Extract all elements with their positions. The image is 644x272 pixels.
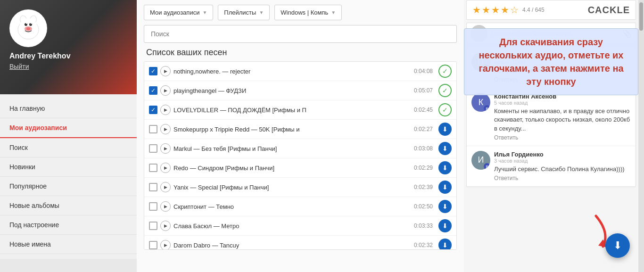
overlay-message: Для скачивания сразу нескольких аудио, о… — [464, 28, 638, 95]
song-title: nothing,nowhere. — rejecter — [173, 68, 411, 75]
windows-dropdown[interactable]: Windows | Компь — [274, 5, 342, 20]
scrollbar[interactable] — [638, 0, 644, 272]
comment-time: 3 часов назад — [494, 158, 631, 164]
song-download-button[interactable]: ⬇ — [438, 219, 452, 232]
comment-reply-button[interactable]: Ответить — [494, 134, 631, 141]
rating-bar: ★ ★ ★ ★ ☆ 4.4 / 645 CACKLE — [466, 0, 636, 20]
song-row: ▶Скриптонит — Темно0:02:50⬇ — [144, 197, 456, 216]
sidebar-item-home[interactable]: На главную — [0, 99, 137, 118]
sidebar-item-search[interactable]: Поиск — [0, 138, 137, 157]
comment-item: ИвИлья Гордиенко3 часов назадЛучший серв… — [467, 146, 636, 187]
search-input[interactable] — [144, 25, 457, 43]
song-title: playingtheangel — ФУДЗИ — [173, 87, 411, 94]
star-2: ★ — [482, 4, 490, 16]
sidebar-top: Andrey Terekhov Выйти — [0, 0, 137, 94]
song-checkbox[interactable] — [149, 183, 157, 191]
song-duration: 0:05:07 — [414, 87, 433, 94]
star-4: ★ — [501, 4, 509, 16]
song-checkbox[interactable] — [149, 67, 157, 75]
song-duration: 0:02:32 — [414, 242, 433, 248]
song-row: ▶LOVELYDILLER — ПОД ДОЖДЁМ [Рифмы и П0:0… — [144, 100, 456, 120]
song-play-button[interactable]: ▶ — [160, 143, 171, 154]
svg-point-8 — [26, 27, 30, 30]
song-play-button[interactable]: ▶ — [160, 105, 171, 115]
song-row: ▶playingtheangel — ФУДЗИ0:05:07✓ — [144, 81, 456, 100]
song-play-button[interactable]: ▶ — [160, 201, 171, 212]
song-checkbox[interactable] — [149, 164, 157, 172]
song-checkbox[interactable] — [149, 202, 157, 211]
song-check-icon[interactable]: ✓ — [438, 65, 452, 78]
right-panel: ★ ★ ★ ★ ☆ 4.4 / 645 CACKLE Оставьте свой… — [464, 0, 638, 272]
song-checkbox[interactable] — [149, 144, 157, 153]
song-title: Markul — Без тебя [Рифмы и Панчи] — [173, 145, 411, 152]
song-duration: 0:02:29 — [414, 165, 433, 171]
sidebar-item-new[interactable]: Новинки — [0, 157, 137, 177]
sidebar-item-mood[interactable]: Под настроение — [0, 215, 137, 235]
song-title: Smokepurpp x Trippie Redd — 50K [Рифмы и — [173, 126, 411, 133]
logout-button[interactable]: Выйти — [9, 63, 127, 70]
top-bar: Мои аудиозаписи Плейлисты Windows | Комп… — [144, 5, 457, 20]
song-download-button[interactable]: ⬇ — [438, 239, 452, 250]
sidebar-item-new-albums[interactable]: Новые альбомы — [0, 196, 137, 215]
svg-point-6 — [29, 23, 32, 26]
song-check-icon[interactable]: ✓ — [438, 103, 452, 116]
song-duration: 0:03:33 — [414, 223, 433, 229]
star-rating: ★ ★ ★ ★ ☆ 4.4 / 645 — [472, 4, 545, 16]
sidebar-username: Andrey Terekhov — [9, 52, 127, 60]
song-play-button[interactable]: ▶ — [160, 240, 171, 250]
song-checkbox[interactable] — [149, 222, 157, 230]
comment-item: КвКонстантин Аксенов5 часов назадКоменты… — [467, 88, 636, 146]
song-download-button[interactable]: ⬇ — [438, 161, 452, 174]
sidebar-item-popular[interactable]: Популярное — [0, 177, 137, 196]
comment-username: Илья Гордиенко — [494, 151, 631, 158]
song-play-button[interactable]: ▶ — [160, 221, 171, 231]
song-duration: 0:02:39 — [414, 184, 433, 190]
song-duration: 0:03:08 — [414, 145, 433, 152]
scrollbar-thumb[interactable] — [639, 2, 643, 31]
comment-avatar: Ив — [471, 151, 490, 170]
song-checkbox[interactable] — [149, 241, 157, 249]
playlists-dropdown[interactable]: Плейлисты — [218, 5, 270, 20]
download-fab-button[interactable]: ⬇ — [605, 233, 630, 258]
comment-time: 5 часов назад — [494, 100, 631, 106]
comment-text: Лучший сервис. Спасибо Полина Кулагина))… — [494, 165, 631, 173]
svg-point-4 — [20, 18, 37, 33]
song-play-button[interactable]: ▶ — [160, 124, 171, 134]
comment-reply-button[interactable]: Ответить — [494, 175, 631, 181]
song-play-button[interactable]: ▶ — [160, 66, 171, 76]
song-play-button[interactable]: ▶ — [160, 163, 171, 173]
song-play-button[interactable]: ▶ — [160, 85, 171, 96]
star-4-half: ☆ — [510, 4, 519, 16]
song-row: ▶Yanix — Special [Рифмы и Панчи]0:02:39⬇ — [144, 178, 456, 197]
song-checkbox[interactable] — [149, 125, 157, 133]
sidebar-item-my-audio[interactable]: Мои аудиозаписи — [0, 118, 137, 138]
song-download-button[interactable]: ⬇ — [438, 123, 452, 136]
song-duration: 0:02:27 — [414, 126, 433, 132]
song-play-button[interactable]: ▶ — [160, 182, 171, 192]
song-row: ▶nothing,nowhere. — rejecter0:04:08✓ — [144, 62, 456, 81]
song-download-button[interactable]: ⬇ — [438, 142, 452, 155]
song-title: LOVELYDILLER — ПОД ДОЖДЁМ [Рифмы и П — [173, 107, 411, 114]
avatar — [9, 9, 47, 47]
song-checkbox[interactable] — [149, 86, 157, 95]
song-list: ▶nothing,nowhere. — rejecter0:04:08✓▶pla… — [144, 61, 457, 250]
song-row: ▶Smokepurpp x Trippie Redd — 50K [Рифмы … — [144, 120, 456, 139]
main-content: Мои аудиозаписи Плейлисты Windows | Комп… — [137, 0, 464, 272]
svg-point-10 — [31, 23, 32, 24]
song-duration: 0:02:45 — [414, 107, 433, 113]
song-download-button[interactable]: ⬇ — [438, 200, 452, 213]
sidebar: Andrey Terekhov Выйти На главную Мои ауд… — [0, 0, 137, 272]
star-3: ★ — [491, 4, 500, 16]
song-check-icon[interactable]: ✓ — [438, 84, 452, 97]
song-title: Скриптонит — Темно — [173, 203, 411, 210]
comment-content: Константин Аксенов5 часов назадКоменты н… — [494, 93, 631, 141]
sidebar-nav: На главную Мои аудиозаписи Поиск Новинки… — [0, 94, 137, 259]
song-duration: 0:04:08 — [414, 68, 433, 74]
my-audio-dropdown[interactable]: Мои аудиозаписи — [144, 5, 213, 20]
song-row: ▶Darom Dabro — Tancuy0:02:32⬇ — [144, 236, 456, 250]
song-download-button[interactable]: ⬇ — [438, 181, 452, 194]
comment-content: Илья Гордиенко3 часов назадЛучший сервис… — [494, 151, 631, 181]
sidebar-item-new-names[interactable]: Новые имена — [0, 235, 137, 254]
song-checkbox[interactable] — [149, 106, 157, 114]
song-row: ▶Markul — Без тебя [Рифмы и Панчи]0:03:0… — [144, 139, 456, 158]
